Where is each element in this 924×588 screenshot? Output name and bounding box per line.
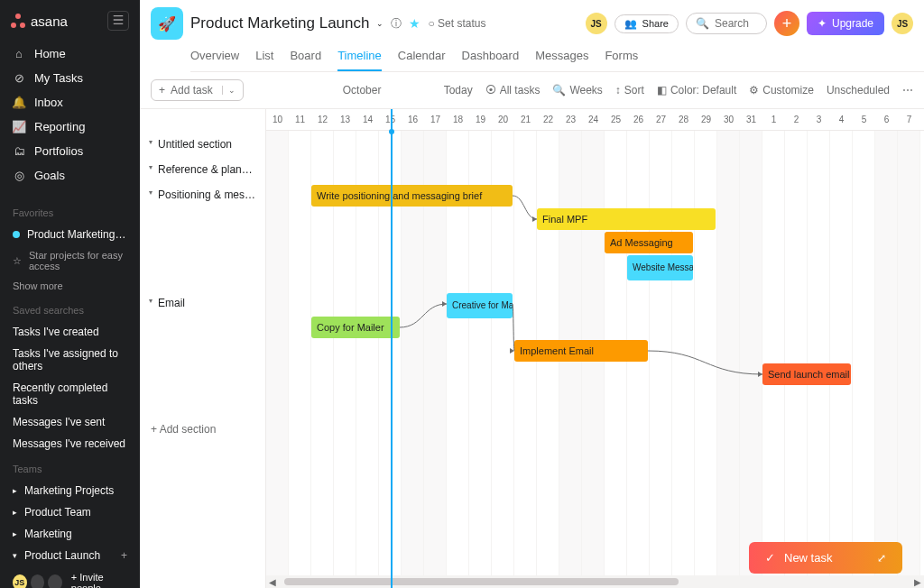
gantt-task[interactable]: Website Messaging bbox=[627, 255, 693, 280]
check-icon: ✓ bbox=[765, 551, 775, 565]
team-item[interactable]: ▾Product Launch+ bbox=[0, 545, 140, 566]
horizontal-scrollbar[interactable]: ◀ ▶ bbox=[266, 575, 924, 588]
member-avatar[interactable]: JS bbox=[586, 13, 607, 34]
tab-messages[interactable]: Messages bbox=[535, 43, 588, 71]
day-header: 12 bbox=[311, 109, 334, 130]
day-header: 6 bbox=[875, 109, 898, 130]
star-icon[interactable]: ★ bbox=[409, 16, 420, 31]
add-task-button[interactable]: + Add task ⌄ bbox=[151, 79, 244, 101]
add-project-icon[interactable]: + bbox=[121, 549, 127, 562]
teams-label: Teams bbox=[0, 455, 140, 480]
sidebar-nav-bell[interactable]: 🔔Inbox bbox=[0, 90, 140, 115]
tab-board[interactable]: Board bbox=[290, 43, 321, 71]
add-section-button[interactable]: + Add section bbox=[140, 407, 265, 452]
day-header: 31 bbox=[740, 109, 762, 130]
day-header: 18 bbox=[447, 109, 469, 130]
timeline: ▾Untitled section▾Reference & planni...▾… bbox=[140, 108, 924, 588]
saved-search[interactable]: Tasks I've assigned to others bbox=[0, 343, 140, 377]
sidebar-collapse-button[interactable] bbox=[107, 11, 129, 31]
tab-list[interactable]: List bbox=[255, 43, 273, 71]
people-icon: 👥 bbox=[624, 18, 637, 30]
gantt-task[interactable]: Final MPF bbox=[537, 208, 716, 230]
gantt-task[interactable]: Copy for Mailer bbox=[311, 317, 400, 338]
search-icon: 🔍 bbox=[696, 17, 709, 30]
expand-icon[interactable]: ⤢ bbox=[877, 552, 886, 565]
sidebar-nav-briefcase[interactable]: 🗂Portfolios bbox=[0, 139, 140, 163]
saved-search[interactable]: Tasks I've created bbox=[0, 321, 140, 343]
month-label: October bbox=[343, 84, 382, 96]
today-button[interactable]: Today bbox=[444, 84, 473, 96]
team-item[interactable]: ▸Marketing Projects bbox=[0, 480, 140, 501]
user-avatar[interactable]: JS bbox=[892, 13, 913, 34]
gantt-task[interactable]: Implement Email bbox=[514, 340, 648, 362]
search-input[interactable]: 🔍 bbox=[686, 13, 767, 34]
check-circle-icon: ⊘ bbox=[13, 72, 25, 85]
set-status-button[interactable]: ○ Set status bbox=[428, 17, 485, 30]
new-task-fab[interactable]: ✓ New task ⤢ bbox=[749, 542, 902, 574]
gantt-task[interactable]: Write positioning and messaging brief bbox=[311, 185, 513, 207]
gantt-task[interactable]: Creative for Mailer bbox=[447, 293, 513, 318]
day-header: 24 bbox=[582, 109, 605, 130]
unscheduled-button[interactable]: Unscheduled bbox=[827, 84, 890, 96]
show-more[interactable]: Show more bbox=[0, 276, 140, 296]
project-title[interactable]: Product Marketing Launch bbox=[190, 14, 369, 32]
saved-search[interactable]: Messages I've received bbox=[0, 433, 140, 455]
section-header[interactable]: ▾Untitled section bbox=[140, 131, 265, 156]
chart-icon: 📈 bbox=[13, 121, 25, 133]
section-header[interactable]: ▾Email bbox=[140, 289, 265, 407]
section-header[interactable]: ▾Positioning & mess... bbox=[140, 181, 265, 289]
gantt-task[interactable]: Send launch email bbox=[762, 363, 851, 385]
scroll-thumb[interactable] bbox=[284, 578, 679, 585]
team-avatar[interactable]: JS bbox=[13, 574, 27, 588]
sidebar-nav-home[interactable]: ⌂Home bbox=[0, 41, 140, 66]
project-icon[interactable]: 🚀 bbox=[151, 7, 183, 40]
scroll-left[interactable]: ◀ bbox=[266, 577, 279, 587]
plus-icon: + bbox=[159, 84, 165, 96]
day-header: 1 bbox=[762, 109, 785, 130]
customize-button[interactable]: ⚙ Customize bbox=[749, 84, 814, 96]
sidebar-nav-check-circle[interactable]: ⊘My Tasks bbox=[0, 66, 140, 90]
asana-logo[interactable]: asana bbox=[11, 14, 68, 29]
sidebar-nav-target[interactable]: ◎Goals bbox=[0, 163, 140, 188]
upgrade-button[interactable]: ✦ Upgrade bbox=[807, 12, 884, 35]
day-header: 17 bbox=[424, 109, 447, 130]
project-dropdown[interactable]: ⌄ bbox=[376, 19, 383, 28]
day-header: 7 bbox=[898, 109, 920, 130]
saved-search[interactable]: Recently completed tasks bbox=[0, 377, 140, 411]
saved-search[interactable]: Messages I've sent bbox=[0, 411, 140, 433]
tab-overview[interactable]: Overview bbox=[190, 43, 239, 71]
team-item[interactable]: ▸Product Team bbox=[0, 501, 140, 523]
all-tasks-filter[interactable]: ⦿ All tasks bbox=[485, 84, 541, 96]
sort-button[interactable]: ↕ Sort bbox=[615, 84, 644, 96]
more-button[interactable]: ⋯ bbox=[902, 84, 913, 96]
day-header: 5 bbox=[853, 109, 875, 130]
invite-people-button[interactable]: + Invite people bbox=[71, 572, 127, 588]
day-header: 25 bbox=[605, 109, 627, 130]
star-icon: ☆ bbox=[13, 255, 22, 267]
day-header: 23 bbox=[559, 109, 582, 130]
scroll-right[interactable]: ▶ bbox=[911, 577, 924, 587]
day-header: 11 bbox=[289, 109, 311, 130]
gantt-task[interactable]: Ad Messaging bbox=[605, 232, 693, 253]
day-header: 27 bbox=[650, 109, 672, 130]
team-item[interactable]: ▸Marketing bbox=[0, 523, 140, 545]
bell-icon: 🔔 bbox=[13, 96, 25, 109]
color-button[interactable]: ◧ Color: Default bbox=[657, 84, 736, 96]
tab-forms[interactable]: Forms bbox=[605, 43, 638, 71]
day-header: 3 bbox=[808, 109, 830, 130]
info-icon[interactable]: ⓘ bbox=[391, 16, 402, 32]
section-header[interactable]: ▾Reference & planni... bbox=[140, 156, 265, 181]
tab-calendar[interactable]: Calendar bbox=[398, 43, 446, 71]
sidebar-nav-chart[interactable]: 📈Reporting bbox=[0, 115, 140, 139]
add-task-dropdown[interactable]: ⌄ bbox=[222, 86, 236, 95]
favorite-project[interactable]: Product Marketing Lau... bbox=[0, 224, 140, 245]
zoom-weeks[interactable]: 🔍 Weeks bbox=[552, 84, 602, 96]
global-add-button[interactable]: + bbox=[774, 11, 799, 36]
briefcase-icon: 🗂 bbox=[13, 145, 25, 158]
tab-dashboard[interactable]: Dashboard bbox=[462, 43, 520, 71]
sparkle-icon: ✦ bbox=[818, 17, 827, 30]
day-header: 2 bbox=[785, 109, 808, 130]
tab-timeline[interactable]: Timeline bbox=[337, 43, 382, 71]
day-header: 26 bbox=[627, 109, 650, 130]
share-button[interactable]: 👥 Share bbox=[614, 14, 679, 33]
